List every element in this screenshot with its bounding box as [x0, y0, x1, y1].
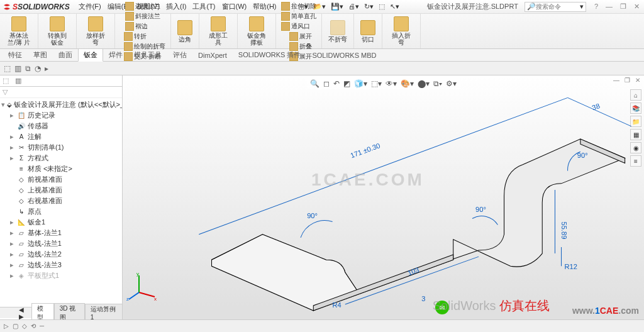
- motion-tabs: ◀ ▶模型3D 视图运动算例 1: [0, 307, 123, 318]
- tree-item-0[interactable]: ▸📋历史记录: [0, 110, 122, 121]
- app-logo: SSOLIDWORKS: [3, 3, 70, 11]
- svg-text:90°: 90°: [475, 206, 486, 213]
- menu-help[interactable]: 帮助(H): [250, 1, 279, 13]
- edge-flange-button[interactable]: 边线法兰: [124, 1, 162, 11]
- cmd-tab-0[interactable]: 特征: [3, 48, 28, 62]
- tree-item-14[interactable]: ▸▱边线-法兰3: [0, 260, 122, 270]
- options-icon[interactable]: ⬚: [377, 1, 386, 12]
- select-icon[interactable]: ↖▾: [389, 1, 401, 12]
- cmd-tab-7[interactable]: DimXpert: [192, 50, 233, 61]
- cmd-tab-6[interactable]: 评估: [167, 48, 192, 62]
- feature-tree[interactable]: ▾⬙钣金设计及展开注意 (默认<<默认>_显示状态 1 ▸📋历史记录🔊传感器▸A…: [0, 98, 122, 319]
- gusset-button[interactable]: 钣金角 撑板: [242, 15, 272, 47]
- tree-item-5[interactable]: ≡材质 <未指定>: [0, 163, 122, 174]
- status-icon2[interactable]: ▢: [13, 323, 18, 329]
- corners-button[interactable]: 边角: [175, 19, 195, 44]
- tree-item-10[interactable]: ▸📐钣金1: [0, 217, 122, 228]
- app-name: SOLIDWORKS: [18, 3, 70, 11]
- solidworks-icon: [3, 3, 11, 11]
- insert-bends-button[interactable]: 插入折 弯: [386, 15, 416, 47]
- unfold-button[interactable]: 展开: [288, 31, 313, 42]
- tree-tab-icon[interactable]: ⬚: [3, 77, 9, 85]
- cmd-tab-2[interactable]: 曲面: [53, 48, 78, 62]
- tree-item-7[interactable]: ◇上视基准面: [0, 185, 122, 196]
- rebuild-icon[interactable]: ↻▾: [363, 1, 375, 12]
- minimize-icon[interactable]: —: [604, 3, 614, 11]
- svg-text:38: 38: [591, 102, 601, 112]
- tree-item-9[interactable]: ↳原点: [0, 206, 122, 217]
- help-icon[interactable]: ?: [592, 3, 600, 11]
- svg-text:y: y: [136, 271, 139, 277]
- tree-item-8[interactable]: ◇右视基准面: [0, 196, 122, 206]
- menu-window[interactable]: 窗口(W): [219, 1, 250, 13]
- tree-tab-icon2[interactable]: ▥: [15, 77, 21, 85]
- command-search[interactable]: 🔎 ▾: [525, 2, 586, 12]
- svg-text:x: x: [154, 296, 157, 302]
- svg-line-1: [568, 97, 631, 126]
- cmd-tab-9[interactable]: SOLIDWORKS MBD: [306, 50, 382, 61]
- tree-root[interactable]: ▾⬙钣金设计及展开注意 (默认<<默认>_显示状态 1: [0, 99, 122, 110]
- print-icon[interactable]: 🖨▾: [347, 1, 360, 12]
- watermark-url: www.1CAE.com: [572, 306, 639, 316]
- forming-tool-button[interactable]: 成形工 具: [203, 15, 233, 47]
- graphics-area[interactable]: 🔍 ◻ ↶ ◩ 🧊▾ ⬚▾ 👁▾ 🎨▾ ⬤▾ ⧉▾ ⚙▾ — ❐ ✕ ⌂ 📚 📁…: [123, 75, 644, 319]
- vent-button[interactable]: 通风口: [280, 21, 318, 31]
- tree-item-2[interactable]: ▸A注解: [0, 131, 122, 142]
- cmd-tab-3[interactable]: 钣金: [78, 48, 103, 62]
- search-icon: 🔎: [527, 3, 536, 11]
- rip-button[interactable]: 切口: [358, 19, 378, 44]
- status-icon[interactable]: ▷: [4, 323, 9, 329]
- tree-item-4[interactable]: ▸Σ方程式: [0, 153, 122, 163]
- svg-text:90°: 90°: [307, 212, 318, 219]
- cmd-tab-1[interactable]: 草图: [28, 48, 53, 62]
- miter-flange-button[interactable]: 斜接法兰: [124, 11, 162, 21]
- status-icon5[interactable]: ─: [40, 323, 44, 329]
- tree-item-3[interactable]: ▸✂切割清单(1): [0, 142, 122, 153]
- simple-hole-button[interactable]: 简单直孔: [280, 11, 318, 21]
- tree-prop-icon[interactable]: ▥: [14, 64, 21, 73]
- tree-item-6[interactable]: ◇前视基准面: [0, 174, 122, 185]
- tree-item-11[interactable]: ▸▱基体-法兰1: [0, 228, 122, 238]
- menu-tools[interactable]: 工具(T): [190, 1, 218, 13]
- search-dropdown-icon[interactable]: ▾: [580, 3, 584, 11]
- tree-item-1[interactable]: 🔊传感器: [0, 121, 122, 131]
- base-flange-button[interactable]: 基体法 兰/薄 片: [4, 15, 34, 47]
- lofted-bend-button[interactable]: 放样折 弯: [80, 15, 111, 47]
- tree-item-12[interactable]: ▸▱边线-法兰1: [0, 238, 122, 249]
- menu-file[interactable]: 文件(F): [76, 1, 104, 13]
- watermark-center: 1CAE.COM: [311, 170, 425, 190]
- tree-item-15[interactable]: ▸◈平板型式1: [0, 270, 122, 281]
- ribbon-sheet-metal: 基体法 兰/薄 片 转换到 钣金 放样折 弯 边线法兰 斜接法兰 褶边 转折 绘…: [0, 14, 644, 49]
- status-icon4[interactable]: ⟲: [31, 323, 36, 329]
- hem-button[interactable]: 褶边: [124, 21, 162, 31]
- tree-item-13[interactable]: ▸▱边线-法兰2: [0, 249, 122, 260]
- convert-button[interactable]: 转换到 钣金: [42, 15, 72, 47]
- tree-exp-icon[interactable]: ▸: [45, 64, 48, 73]
- cmd-tab-8[interactable]: SOLIDWORKS 插件: [233, 48, 307, 62]
- cmd-tab-4[interactable]: 焊件: [103, 48, 128, 62]
- restore-icon[interactable]: ❐: [618, 3, 628, 11]
- svg-text:R4: R4: [333, 301, 341, 309]
- tree-feature-icon[interactable]: ⬚: [4, 64, 11, 73]
- tree-dim-icon[interactable]: ◔: [35, 64, 41, 73]
- status-icon3[interactable]: ◇: [22, 323, 27, 329]
- svg-text:55.89: 55.89: [560, 222, 568, 240]
- cmd-tab-5[interactable]: 模具工具: [128, 48, 167, 62]
- jog-button[interactable]: 转折: [123, 31, 167, 42]
- command-tabs: 特征草图曲面钣金焊件模具工具评估DimXpertSOLIDWORKS 插件SOL…: [0, 49, 644, 62]
- watermark-brand: SolidWorks 仿真在线: [433, 297, 550, 314]
- no-bend-button[interactable]: 不折弯: [326, 19, 350, 44]
- close-icon[interactable]: ✕: [632, 3, 641, 11]
- orientation-triad[interactable]: x y z: [126, 270, 158, 302]
- filter-icon[interactable]: ▽: [3, 88, 8, 96]
- svg-text:103: 103: [407, 266, 421, 277]
- svg-text:90°: 90°: [577, 152, 588, 159]
- status-bar: ▷ ▢ ◇ ⟲ ─: [0, 319, 644, 332]
- search-input[interactable]: [536, 3, 580, 10]
- document-title: 钣金设计及展开注意.SLDPRT: [427, 2, 518, 11]
- save-icon[interactable]: 💾▾: [330, 1, 345, 12]
- tree-config-icon[interactable]: ⧉: [25, 64, 31, 73]
- extrude-cut-button[interactable]: 拉伸切除: [280, 1, 318, 11]
- svg-text:171  ±0.30: 171 ±0.30: [350, 141, 381, 159]
- menu-insert[interactable]: 插入(I): [164, 1, 189, 13]
